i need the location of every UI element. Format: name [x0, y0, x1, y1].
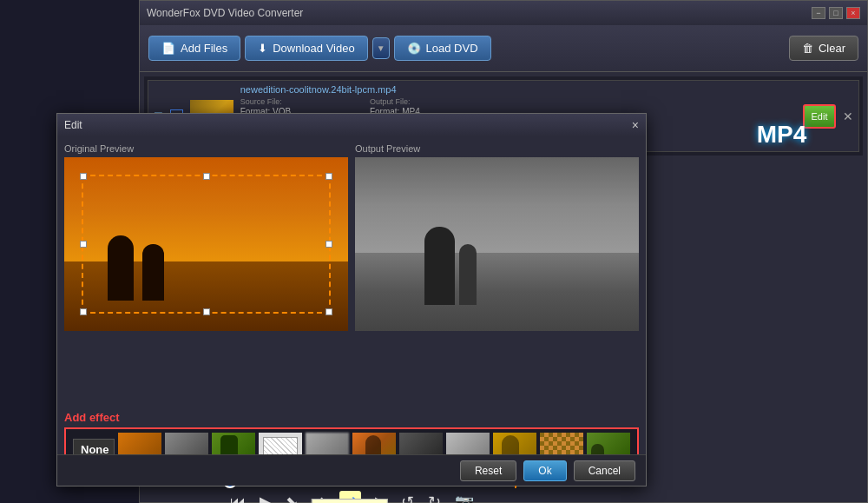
toolbar: 📄 Add Files ⬇ Download Video ▼ 💿 Load DV… — [140, 25, 867, 72]
download-icon: ⬇ — [258, 42, 267, 55]
play-button[interactable]: ▶ — [260, 493, 272, 503]
load-dvd-button[interactable]: 💿 Load DVD — [394, 36, 491, 61]
crop-handle-tm[interactable] — [203, 173, 210, 180]
add-files-label: Add Files — [181, 42, 227, 55]
rotate-ccw-button[interactable]: ↺ — [401, 493, 414, 503]
crop-handle-tr[interactable] — [326, 173, 332, 180]
original-preview-panel: Original Preview — [64, 143, 348, 400]
ok-button[interactable]: Ok — [523, 460, 566, 481]
output-preview-video — [355, 157, 639, 331]
dvd-icon: 💿 — [407, 42, 421, 55]
download-video-label: Download Video — [273, 42, 354, 55]
file-name: newedition-coolitnow.24bit-lpcm.mp4 — [240, 84, 796, 95]
crop-handle-br[interactable] — [326, 308, 332, 315]
download-video-button[interactable]: ⬇ Download Video — [245, 36, 367, 61]
cut-start-button[interactable]: ⬊ — [286, 493, 299, 503]
original-preview-label: Original Preview — [64, 143, 348, 154]
rotate-cw-button[interactable]: ↻ — [428, 493, 441, 503]
output-silhouette-main — [424, 227, 455, 305]
add-files-button[interactable]: 📄 Add Files — [148, 36, 240, 61]
snapshot-button[interactable]: 📷 — [455, 493, 474, 503]
edit-dialog: Edit × Original Preview — [56, 113, 647, 486]
output-water — [355, 253, 639, 331]
download-dropdown-arrow[interactable]: ▼ — [372, 37, 390, 59]
edit-button[interactable]: Edit — [803, 104, 836, 129]
transport-controls: ⏮ ▶ ⬊ ⬋ ⇄ Flip Horizontal ▶ ↺ ↻ 📷 — [57, 488, 646, 503]
cancel-button[interactable]: Cancel — [574, 460, 635, 481]
crop-overlay[interactable] — [82, 175, 331, 314]
clear-label: Clear — [819, 42, 845, 55]
minimize-button[interactable]: − — [812, 7, 825, 19]
dialog-close-button[interactable]: × — [632, 118, 639, 132]
mp4-label: MP4 — [757, 121, 807, 149]
source-label: Source File: — [240, 97, 319, 106]
load-dvd-label: Load DVD — [426, 42, 478, 55]
flip-horizontal-button[interactable]: ⇄ — [339, 491, 361, 503]
crop-handle-mr[interactable] — [326, 241, 332, 248]
trash-icon: 🗑 — [802, 42, 813, 55]
add-files-icon: 📄 — [161, 42, 175, 55]
title-bar: WonderFox DVD Video Converter − □ × — [140, 1, 867, 25]
crop-handle-bl[interactable] — [80, 308, 87, 315]
crop-handle-ml[interactable] — [80, 241, 87, 248]
original-preview-video — [64, 157, 348, 331]
dialog-title-bar: Edit × — [57, 114, 646, 136]
add-effect-label: Add effect — [57, 407, 646, 427]
output-sky — [355, 157, 639, 253]
maximize-button[interactable]: □ — [829, 7, 843, 19]
close-button[interactable]: × — [846, 7, 860, 19]
dialog-title: Edit — [64, 119, 82, 131]
output-preview-label: Output Preview — [355, 143, 639, 154]
flip-horizontal-wrapper: ⇄ Flip Horizontal — [339, 492, 361, 503]
prev-frame-button[interactable]: ⏮ — [230, 493, 246, 504]
file-close-button[interactable]: ✕ — [843, 109, 853, 123]
reset-button[interactable]: Reset — [460, 460, 516, 481]
output-silhouette-small — [459, 244, 477, 305]
crop-handle-bm[interactable] — [203, 308, 210, 315]
cut-end-button[interactable]: ⬋ — [312, 493, 326, 503]
clear-button[interactable]: 🗑 Clear — [789, 36, 858, 61]
output-preview-panel: Output Preview — [355, 143, 639, 400]
play-from-start-button[interactable]: ▶ — [375, 493, 387, 503]
dialog-bottom-bar: Reset Ok Cancel — [57, 454, 646, 486]
crop-handle-tl[interactable] — [80, 173, 87, 180]
output-label: Output File: — [370, 97, 449, 106]
dialog-content: Original Preview — [57, 136, 646, 407]
app-title: WonderFox DVD Video Converter — [147, 7, 303, 19]
